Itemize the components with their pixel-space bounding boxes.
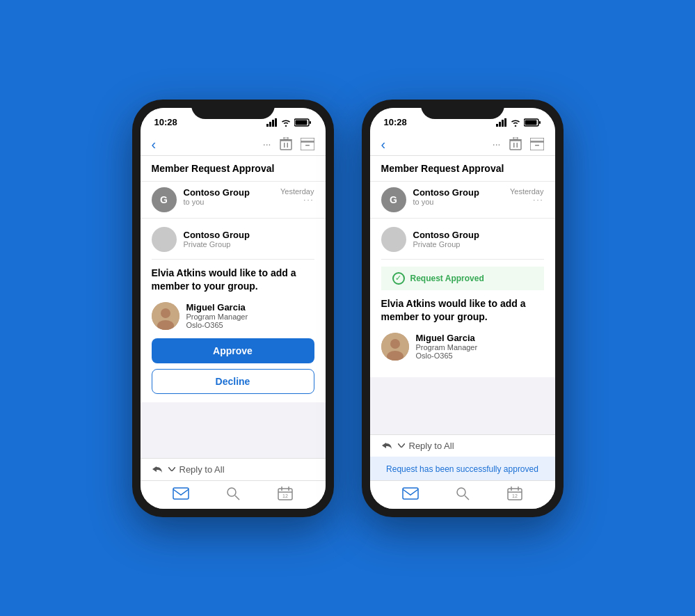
email-header-right-before: Yesterday ··· [280, 187, 314, 204]
nav-right-after: ··· [493, 137, 544, 151]
email-date-after: Yesterday [510, 187, 544, 196]
email-header-before: G Contoso Group to you Yesterday ··· [141, 182, 326, 219]
person-location-before: Oslo-O365 [186, 321, 248, 329]
archive-icon-before[interactable] [301, 138, 314, 150]
phone-frame-after: 10:28 [362, 100, 564, 517]
sender-to-before: to you [184, 198, 273, 206]
tab-bar-before: 12 [141, 480, 326, 509]
svg-line-45 [465, 496, 469, 500]
svg-rect-26 [499, 122, 501, 127]
svg-rect-34 [516, 143, 518, 148]
person-avatar-before [152, 302, 179, 330]
battery-icon-before [294, 118, 312, 127]
svg-rect-8 [284, 143, 285, 148]
svg-line-20 [235, 496, 239, 500]
group-details-before: Contoso Group Private Group [184, 230, 250, 248]
reply-bar-after[interactable]: Reply to All [370, 434, 555, 457]
svg-rect-31 [525, 120, 536, 125]
archive-icon-after[interactable] [530, 138, 544, 150]
group-info-before: Contoso Group Private Group [152, 227, 314, 260]
check-circle-icon-after: ✓ [392, 272, 405, 285]
person-avatar-img-before [152, 302, 179, 330]
approved-banner-after: ✓ Request Approved [381, 267, 544, 290]
person-info-before: Miguel Garcia Program Manager Oslo-O365 [152, 302, 314, 330]
success-text-after: Request has been successfully approved [386, 464, 538, 474]
back-button-before[interactable]: ‹ [152, 137, 157, 151]
status-bar-before: 10:28 [141, 108, 326, 133]
more-icon-before[interactable]: ··· [263, 139, 271, 150]
svg-rect-18 [173, 488, 189, 499]
email-content-before: Member Request Approval G Contoso Group … [141, 156, 326, 458]
approve-button-before[interactable]: Approve [152, 338, 314, 363]
email-content-after: Member Request Approval G Contoso Group … [370, 156, 555, 434]
person-info-after: Miguel Garcia Program Manager Oslo-O365 [381, 333, 544, 361]
delete-icon-before[interactable] [280, 137, 292, 151]
svg-rect-3 [275, 118, 277, 127]
svg-rect-30 [539, 121, 541, 124]
svg-point-44 [457, 488, 465, 496]
nav-left-after[interactable]: ‹ [381, 137, 386, 151]
nav-left-before[interactable]: ‹ [152, 137, 157, 151]
svg-rect-33 [513, 143, 515, 148]
delete-icon-after[interactable] [509, 137, 522, 151]
person-details-after: Miguel Garcia Program Manager Oslo-O365 [416, 333, 478, 360]
calendar-num-before: 12 [282, 493, 288, 498]
status-icons-after [496, 118, 541, 127]
nav-bar-after: ‹ ··· [370, 133, 555, 156]
group-info-after: Contoso Group Private Group [381, 227, 544, 260]
signal-icon-after [496, 118, 507, 127]
person-role-before: Program Manager [186, 313, 248, 321]
tab-mail-before[interactable] [173, 487, 189, 500]
svg-point-19 [227, 488, 236, 496]
svg-rect-37 [530, 138, 544, 141]
email-more-after[interactable]: ··· [510, 196, 544, 204]
email-header-after: G Contoso Group to you Yesterday ··· [370, 182, 555, 219]
group-avatar-before [152, 227, 177, 252]
success-notification-after: Request has been successfully approved [370, 457, 555, 480]
reply-text-before: Reply to All [179, 464, 225, 475]
sender-to-after: to you [413, 198, 503, 206]
signal-icon-before [266, 118, 278, 127]
svg-point-16 [161, 308, 170, 318]
sender-avatar-after: G [381, 187, 406, 212]
more-icon-after[interactable]: ··· [493, 139, 501, 150]
tab-search-before[interactable] [226, 487, 240, 500]
sender-name-before: Contoso Group [184, 187, 273, 198]
tab-mail-after[interactable] [402, 487, 419, 500]
reply-icon-before [152, 464, 164, 474]
reply-dropdown-icon-before[interactable] [168, 467, 175, 471]
svg-rect-1 [269, 122, 271, 127]
phone-after: 10:28 [362, 100, 564, 517]
mail-tab-icon-before [173, 487, 189, 500]
search-tab-icon-after [456, 487, 470, 500]
svg-rect-14 [305, 145, 310, 146]
calendar-tab-icon-before: 12 [278, 487, 293, 500]
email-more-before[interactable]: ··· [280, 196, 314, 204]
reply-dropdown-icon-after[interactable] [398, 443, 405, 448]
tab-bar-after: 12 [370, 480, 555, 509]
svg-rect-9 [287, 143, 288, 148]
sender-name-after: Contoso Group [413, 187, 503, 198]
person-name-before: Miguel Garcia [186, 302, 248, 313]
tab-calendar-after[interactable]: 12 [507, 487, 522, 500]
svg-rect-39 [535, 145, 539, 146]
person-role-after: Program Manager [416, 343, 478, 352]
person-name-after: Miguel Garcia [416, 333, 478, 343]
svg-rect-11 [284, 137, 288, 139]
back-button-after[interactable]: ‹ [381, 137, 386, 151]
group-name-after: Contoso Group [413, 230, 479, 240]
svg-rect-28 [504, 118, 506, 127]
search-tab-icon-before [226, 487, 240, 500]
group-name-before: Contoso Group [184, 230, 250, 240]
group-type-after: Private Group [413, 240, 479, 248]
wifi-icon-after [510, 118, 521, 127]
calendar-num-after: 12 [512, 493, 518, 498]
decline-button-before[interactable]: Decline [152, 369, 314, 394]
email-body-after: Contoso Group Private Group ✓ Request Ap… [370, 219, 555, 377]
tab-calendar-before[interactable]: 12 [278, 487, 293, 500]
sender-info-before: Contoso Group to you [184, 187, 273, 206]
tab-search-after[interactable] [456, 487, 470, 500]
phone-before: 10:28 [132, 100, 334, 517]
svg-rect-7 [280, 141, 291, 150]
reply-bar-before[interactable]: Reply to All [141, 458, 326, 480]
